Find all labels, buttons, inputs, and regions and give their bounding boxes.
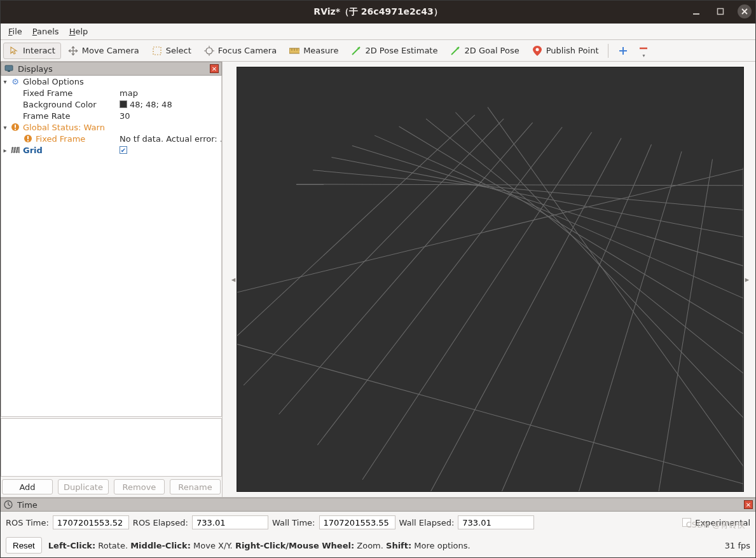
displays-panel: Displays ✕ ▾ ⚙ Global Options Fixed Fram… — [1, 62, 223, 497]
tool-select[interactable]: Select — [146, 43, 197, 59]
viewport-3d[interactable] — [237, 67, 744, 492]
splitter-left[interactable]: ◂ — [230, 67, 237, 492]
measure-icon — [289, 46, 299, 56]
expand-icon[interactable]: ▾ — [1, 78, 9, 85]
ros-elapsed-input[interactable] — [192, 515, 268, 529]
time-title: Time — [17, 500, 38, 510]
displays-tree[interactable]: ▾ ⚙ Global Options Fixed Frame map Backg… — [1, 76, 222, 417]
frame-rate-key[interactable]: Frame Rate — [23, 111, 70, 121]
color-swatch — [120, 100, 127, 108]
publish-point-icon — [532, 46, 542, 56]
svg-point-19 — [535, 48, 539, 51]
tool-2d-goal-pose[interactable]: 2D Goal Pose — [444, 43, 525, 59]
gear-icon: ⚙ — [10, 76, 20, 86]
warn-icon — [23, 133, 33, 144]
displays-close-icon[interactable]: ✕ — [210, 64, 219, 73]
displays-panel-header[interactable]: Displays ✕ — [1, 62, 222, 76]
toolbar-separator — [608, 44, 608, 58]
duplicate-button: Duplicate — [58, 479, 109, 494]
tool-publish-point[interactable]: Publish Point — [526, 43, 605, 59]
tool-move-camera-label: Move Camera — [82, 46, 139, 55]
fixed-frame-status-value: No tf data. Actual error: ... — [117, 134, 221, 144]
menu-file[interactable]: File — [4, 25, 26, 37]
status-bar: Reset Left-Click: Rotate. Middle-Click: … — [1, 533, 755, 557]
wall-time-label: Wall Time: — [272, 518, 315, 527]
chevron-down-icon: ▾ — [642, 54, 645, 58]
window-title: RViz*（于 26c4971e2c43） — [313, 6, 442, 18]
wall-elapsed-input[interactable] — [458, 515, 534, 529]
menu-bar: File Panels Help — [1, 24, 755, 40]
tool-interact-label: Interact — [23, 46, 55, 55]
svg-rect-6 — [153, 47, 161, 55]
minimize-icon — [692, 8, 700, 15]
main-area: Displays ✕ ▾ ⚙ Global Options Fixed Fram… — [1, 62, 755, 497]
displays-title: Displays — [18, 64, 53, 74]
viewport-wrap: ◂ — [223, 62, 755, 497]
expand-icon[interactable]: ▸ — [1, 147, 9, 154]
warn-icon — [10, 122, 20, 132]
wall-elapsed-label: Wall Elapsed: — [399, 518, 455, 527]
svg-rect-1 — [718, 9, 724, 15]
tool-goal-pose-label: 2D Goal Pose — [464, 46, 519, 55]
expand-icon[interactable]: ▾ — [1, 124, 9, 131]
menu-panels[interactable]: Panels — [29, 25, 63, 37]
tool-2d-pose-estimate[interactable]: 2D Pose Estimate — [345, 43, 443, 59]
grid-checkbox[interactable]: ✔ — [120, 146, 127, 154]
tool-measure-label: Measure — [303, 46, 338, 55]
svg-rect-31 — [237, 67, 743, 491]
svg-rect-29 — [27, 136, 29, 139]
bg-color-key[interactable]: Background Color — [23, 100, 97, 109]
svg-rect-26 — [15, 125, 16, 128]
svg-line-55 — [8, 505, 10, 506]
tool-pose-estimate-label: 2D Pose Estimate — [365, 46, 437, 55]
goal-pose-icon — [450, 46, 460, 56]
move-camera-icon — [68, 46, 78, 56]
wall-time-input[interactable] — [319, 515, 395, 529]
ros-time-label: ROS Time: — [6, 518, 49, 527]
time-panel-header[interactable]: Time ✕ — [1, 498, 755, 512]
pose-estimate-icon — [351, 46, 361, 56]
time-panel: Time ✕ ROS Time: ROS Elapsed: Wall Time:… — [1, 497, 755, 557]
splitter-right[interactable]: ▸ — [744, 67, 750, 492]
fixed-frame-key[interactable]: Fixed Frame — [23, 88, 72, 98]
description-box — [1, 418, 222, 477]
menu-help[interactable]: Help — [65, 25, 92, 37]
app-window: RViz*（于 26c4971e2c43） File Panels Help I… — [0, 0, 756, 558]
focus-camera-icon — [204, 46, 214, 56]
tool-focus-camera-label: Focus Camera — [218, 46, 277, 55]
time-row: ROS Time: ROS Elapsed: Wall Time: Wall E… — [1, 512, 755, 533]
close-icon — [741, 8, 748, 15]
maximize-button[interactable] — [713, 4, 727, 18]
tool-interact[interactable]: Interact — [3, 43, 61, 59]
svg-rect-30 — [27, 140, 29, 142]
interact-icon — [9, 46, 19, 56]
tool-focus-camera[interactable]: Focus Camera — [198, 43, 282, 59]
time-close-icon[interactable]: ✕ — [744, 500, 753, 509]
close-button[interactable] — [738, 4, 752, 18]
toolbar-add[interactable] — [612, 43, 634, 59]
ros-time-input[interactable] — [53, 515, 129, 529]
toolbar-remove[interactable]: ▾ — [635, 42, 652, 60]
fixed-frame-value[interactable]: map — [117, 88, 221, 98]
minimize-button[interactable] — [689, 4, 703, 18]
grid-label[interactable]: Grid — [23, 146, 43, 155]
frame-rate-value[interactable]: 30 — [117, 111, 221, 121]
maximize-icon — [717, 8, 724, 15]
bg-color-value[interactable]: 48; 48; 48 — [117, 100, 221, 109]
experimental-checkbox[interactable] — [682, 518, 691, 527]
svg-rect-27 — [15, 129, 16, 130]
add-button[interactable]: Add — [2, 479, 53, 494]
clock-icon — [3, 500, 13, 510]
fps-label: 31 fps — [725, 541, 750, 550]
fixed-frame-status-key[interactable]: Fixed Frame — [36, 134, 85, 144]
tool-measure[interactable]: Measure — [284, 43, 344, 59]
ros-elapsed-label: ROS Elapsed: — [133, 518, 188, 527]
tool-move-camera[interactable]: Move Camera — [62, 43, 145, 59]
grid-icon — [10, 145, 20, 155]
grid-visual — [237, 67, 743, 491]
svg-rect-24 — [8, 71, 10, 72]
rename-button: Rename — [170, 479, 221, 494]
tool-select-label: Select — [166, 46, 191, 55]
reset-button[interactable]: Reset — [6, 537, 42, 554]
experimental-label: Experimental — [695, 518, 750, 527]
